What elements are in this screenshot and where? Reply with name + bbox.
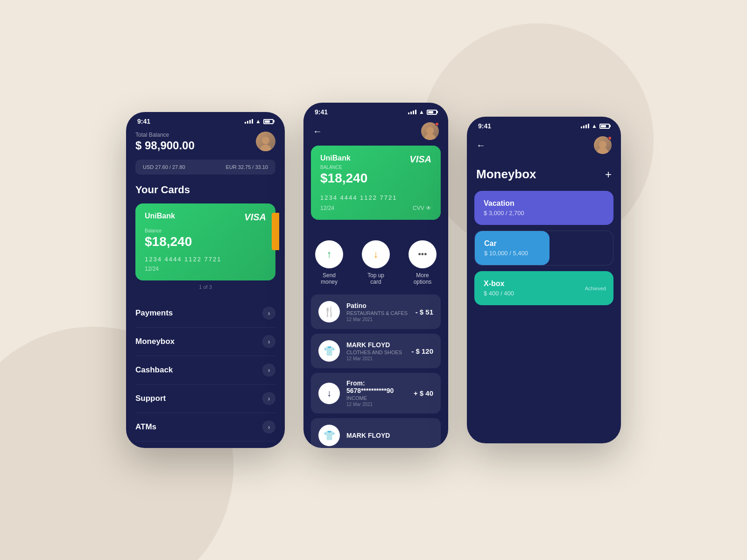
balance-label: Total Balance xyxy=(135,132,195,138)
credit-card-1[interactable]: UniBank VISA Balance $18,240 1234 4444 1… xyxy=(135,203,275,280)
savings-list: Vacation $ 3,000 / 2,700 Car $ 10,000 / … xyxy=(467,191,621,305)
cards-section-title: Your Cards xyxy=(126,184,285,203)
p2-card-number: 1234 4444 1122 7721 xyxy=(320,194,431,201)
p2-card-section: UniBank VISA Balance $18,240 1234 4444 1… xyxy=(311,146,441,220)
menu-item-cashback[interactable]: Cashback › xyxy=(135,356,275,385)
chevron-cashback: › xyxy=(262,364,275,377)
txn-icon-clothes: 👕 xyxy=(318,340,340,362)
wifi-icon: ▲ xyxy=(255,118,261,125)
menu-item-moneybox[interactable]: Moneybox › xyxy=(135,328,275,356)
card-container: UniBank VISA Balance $18,240 1234 4444 1… xyxy=(135,203,275,280)
back-button[interactable]: ← xyxy=(313,126,322,137)
txn-name-peek: MARK FLOYD xyxy=(346,432,433,439)
txn-amount-markfloyd: - $ 120 xyxy=(411,347,433,355)
p2-nav: ← xyxy=(303,119,448,146)
back-button-3[interactable]: ← xyxy=(476,140,486,151)
saving-xbox[interactable]: X-box $ 400 / 400 Achieved xyxy=(474,271,613,305)
txn-amount-income: + $ 40 xyxy=(414,389,433,397)
more-options-button[interactable]: ••• Moreoptions xyxy=(409,240,437,285)
p2-balance-label: Balance xyxy=(320,165,431,170)
status-bar-3: 9:41 ▲ xyxy=(467,117,621,133)
txn-icon-peek: 👕 xyxy=(318,425,340,446)
battery-icon-2 xyxy=(427,110,437,115)
txn-info-peek: MARK FLOYD xyxy=(346,432,433,439)
avatar-1[interactable] xyxy=(256,132,275,151)
balance-amount: $ 98,900.00 xyxy=(135,139,195,152)
transaction-patino[interactable]: 🍴 Patino RESTAURANTS & CAFES 12 Mar 2021… xyxy=(311,294,441,329)
txn-info-patino: Patino RESTAURANTS & CAFES 12 Mar 2021 xyxy=(346,302,409,322)
txn-info-markfloyd: MARK FLOYD CLOTHES AND SHOES 12 Mar 2021 xyxy=(346,341,405,361)
card-tab-indicator xyxy=(272,213,279,250)
signal-icon xyxy=(245,119,253,124)
card-visa-1: VISA xyxy=(244,212,266,223)
status-time-3: 9:41 xyxy=(478,122,491,130)
menu-item-atms[interactable]: ATMs › xyxy=(135,413,275,441)
moneybox-header: Moneybox + xyxy=(467,160,621,191)
top-up-label: Top upcard xyxy=(367,272,384,285)
add-saving-button[interactable]: + xyxy=(605,168,612,181)
p2-card-cvv: CVV 👁 xyxy=(413,205,431,211)
wifi-icon-2: ▲ xyxy=(419,109,424,115)
phone-transactions: 9:41 ▲ ← xyxy=(303,103,448,448)
p2-credit-card[interactable]: UniBank VISA Balance $18,240 1234 4444 1… xyxy=(311,146,441,220)
txn-icon-food: 🍴 xyxy=(318,301,340,322)
eur-rate: EUR 32.75 / 33.10 xyxy=(226,164,268,170)
phone-moneybox: 9:41 ▲ ← xyxy=(467,117,621,443)
txn-date-patino: 12 Mar 2021 xyxy=(346,317,409,322)
status-time-1: 9:41 xyxy=(137,118,150,125)
p2-card-bank: UniBank xyxy=(320,154,351,162)
card-balance-label-1: Balance xyxy=(145,228,266,233)
phone-dashboard: 9:41 ▲ Total Balance $ 98,900.00 xyxy=(126,112,285,448)
send-money-button[interactable]: ↑ Sendmoney xyxy=(315,240,343,285)
p2-balance: $18,240 xyxy=(320,171,431,186)
txn-icon-income: ↓ xyxy=(318,383,340,404)
moneybox-title: Moneybox xyxy=(476,167,536,182)
status-time-2: 9:41 xyxy=(315,108,328,116)
txn-name-markfloyd: MARK FLOYD xyxy=(346,341,405,349)
top-up-icon: ↓ xyxy=(362,240,390,268)
exchange-bar: USD 27.60 / 27.80 EUR 32.75 / 33.10 xyxy=(135,160,275,175)
card-expiry-1: 12/24 xyxy=(145,266,266,272)
avatar-3[interactable] xyxy=(594,136,612,154)
txn-date-income: 12 Mar 2021 xyxy=(346,402,407,407)
phones-container: 9:41 ▲ Total Balance $ 98,900.00 xyxy=(126,112,621,448)
avatar-2[interactable] xyxy=(421,122,439,140)
txn-category-patino: RESTAURANTS & CAFES xyxy=(346,310,409,316)
send-money-icon: ↑ xyxy=(315,240,343,268)
send-money-label: Sendmoney xyxy=(321,272,338,285)
more-options-icon: ••• xyxy=(409,240,437,268)
p2-card-visa: VISA xyxy=(409,154,431,165)
txn-category-markfloyd: CLOTHES AND SHOES xyxy=(346,350,405,355)
chevron-payments: › xyxy=(262,307,275,320)
txn-amount-patino: - $ 51 xyxy=(416,308,433,316)
menu-items: Payments › Moneybox › Cashback › Support… xyxy=(126,299,285,448)
balance-section: Total Balance $ 98,900.00 xyxy=(135,132,195,152)
top-up-button[interactable]: ↓ Top upcard xyxy=(362,240,390,285)
p2-card-expiry: 12/24 xyxy=(320,205,334,211)
saving-vacation[interactable]: Vacation $ 3,000 / 2,700 xyxy=(474,191,613,225)
transaction-markfloyd[interactable]: 👕 MARK FLOYD CLOTHES AND SHOES 12 Mar 20… xyxy=(311,334,441,368)
txn-category-income: INCOME xyxy=(346,395,407,401)
notification-dot-3 xyxy=(608,136,612,140)
more-options-label: Moreoptions xyxy=(414,272,432,285)
wifi-icon-3: ▲ xyxy=(592,123,597,129)
transaction-income[interactable]: ↓ From: 5678**********90 INCOME 12 Mar 2… xyxy=(311,373,441,413)
status-icons-2: ▲ xyxy=(408,109,437,115)
actions-row: ↑ Sendmoney ↓ Top upcard ••• Moreoptions xyxy=(303,231,448,294)
chevron-atms: › xyxy=(262,420,275,434)
saving-vacation-name: Vacation xyxy=(484,199,604,208)
txn-name-income: From: 5678**********90 xyxy=(346,379,407,394)
menu-item-settings[interactable]: Settings › xyxy=(135,441,275,448)
transactions-list: 🍴 Patino RESTAURANTS & CAFES 12 Mar 2021… xyxy=(303,294,448,413)
p3-nav: ← xyxy=(467,133,621,160)
card-bank-name-1: UniBank xyxy=(145,212,175,220)
menu-item-support[interactable]: Support › xyxy=(135,385,275,413)
saving-car-name: Car xyxy=(484,239,604,248)
txn-date-markfloyd: 12 Mar 2021 xyxy=(346,356,405,361)
menu-item-payments[interactable]: Payments › xyxy=(135,299,275,328)
transaction-peek: 👕 MARK FLOYD xyxy=(311,418,441,448)
saving-car[interactable]: Car $ 10,000 / 5,400 xyxy=(474,231,613,266)
status-icons-3: ▲ xyxy=(581,123,610,129)
status-bar-1: 9:41 ▲ xyxy=(126,112,285,128)
card-balance-1: $18,240 xyxy=(145,234,266,249)
